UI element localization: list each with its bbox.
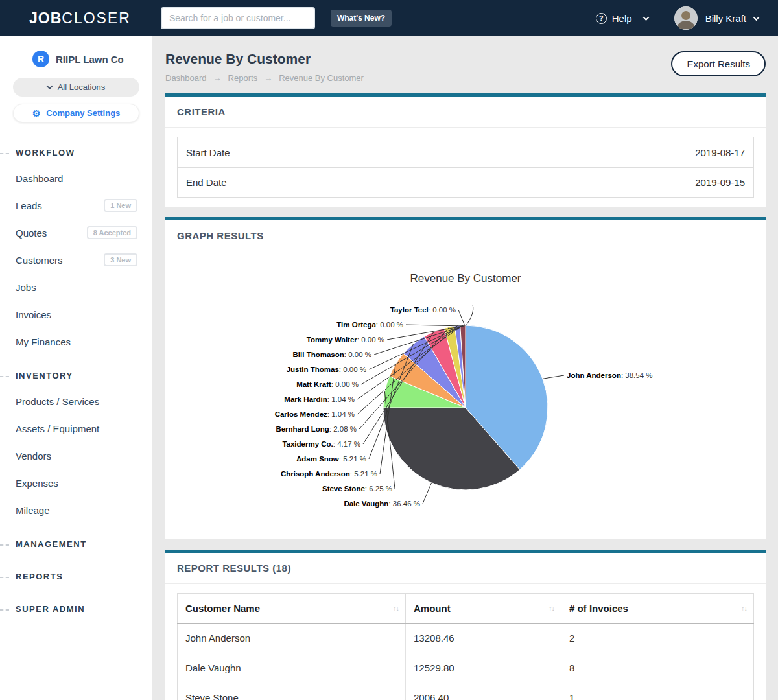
table-row[interactable]: John Anderson13208.462 [178, 624, 754, 653]
criteria-table: Start Date2019-08-17End Date2019-09-15 [177, 137, 754, 198]
sidebar-item-label: Products / Services [16, 396, 99, 407]
sidebar-section-label: WORKFLOW [16, 148, 75, 158]
column-header-of-invoices[interactable]: # of Invoices↑↓ [561, 594, 754, 624]
sidebar-section-label: INVENTORY [16, 371, 73, 380]
sidebar-item-label: Assets / Equipment [16, 423, 99, 434]
graph-panel-title: GRAPH RESULTS [165, 220, 766, 251]
sidebar-item-expenses[interactable]: Expenses [0, 469, 152, 496]
sidebar-section-workflow[interactable]: WORKFLOW [0, 141, 152, 165]
avatar-photo-placeholder [674, 6, 698, 30]
section-dash-icon [0, 577, 9, 578]
pie-label-dale-vaughn: Dale Vaughn: 36.46 % [344, 500, 420, 508]
sidebar-item-mileage[interactable]: Mileage [0, 496, 152, 524]
breadcrumb: Dashboard→Reports→Revenue By Customer [165, 73, 364, 83]
company-settings-button[interactable]: ⚙ Company Settings [13, 104, 139, 122]
sidebar-item-label: Dashboard [16, 173, 63, 184]
sidebar-item-label: Mileage [16, 505, 50, 516]
user-avatar[interactable] [674, 6, 698, 30]
sidebar-item-jobs[interactable]: Jobs [0, 274, 152, 301]
table-row[interactable]: Dale Vaughn12529.808 [178, 653, 754, 683]
report-results-panel: REPORT RESULTS (18) Customer Name↑↓Amoun… [165, 550, 766, 700]
sidebar: R RIIPL Lawn Co All Locations ⚙ Company … [0, 36, 152, 700]
sort-icon[interactable]: ↑↓ [548, 604, 554, 612]
sidebar-section-reports[interactable]: REPORTS [0, 565, 152, 589]
sort-icon[interactable]: ↑↓ [393, 604, 399, 612]
pie-label-john-anderson: John Anderson: 38.54 % [567, 371, 653, 379]
breadcrumb-item-revenue-by-customer[interactable]: Revenue By Customer [279, 73, 364, 83]
pie-label-carlos-mendez: Carlos Mendez: 1.04 % [275, 410, 355, 418]
locations-dropdown[interactable]: All Locations [13, 78, 139, 97]
company-row: R RIIPL Lawn Co [0, 36, 152, 67]
pie-chart: Revenue By Customer Taylor Teel: 0.00 %T… [177, 257, 754, 535]
sidebar-item-leads[interactable]: Leads1 New [0, 192, 152, 219]
chevron-down-icon [753, 14, 760, 21]
report-table: Customer Name↑↓Amount↑↓# of Invoices↑↓ J… [177, 593, 754, 700]
criteria-label: Start Date [186, 147, 230, 158]
table-cell: 2006.40 [406, 683, 561, 700]
sidebar-item-customers[interactable]: Customers3 New [0, 246, 152, 274]
sidebar-item-invoices[interactable]: Invoices [0, 301, 152, 328]
section-dash-icon [0, 153, 9, 154]
sidebar-section-management[interactable]: MANAGEMENT [0, 532, 152, 556]
sidebar-nav: WORKFLOWDashboardLeads1 NewQuotes8 Accep… [0, 141, 152, 621]
pie-label-taylor-teel: Taylor Teel: 0.00 % [390, 306, 456, 314]
sidebar-item-label: My Finances [16, 336, 71, 347]
sidebar-section-label: SUPER ADMIN [16, 604, 85, 614]
sidebar-item-label: Quotes [16, 228, 47, 239]
pie-label-bill-thomason: Bill Thomason: 0.00 % [293, 351, 371, 358]
help-label: Help [612, 13, 632, 24]
table-row[interactable]: Steve Stone2006.401 [178, 683, 754, 700]
criteria-label: End Date [186, 177, 227, 188]
logo-text-light: CLOSER [62, 10, 131, 27]
count-badge: 1 New [104, 199, 137, 212]
table-cell: 12529.80 [406, 653, 561, 683]
company-settings-label: Company Settings [46, 108, 120, 118]
sidebar-section-label: MANAGEMENT [16, 539, 87, 549]
breadcrumb-arrow-icon: → [264, 73, 272, 83]
criteria-row-end-date: End Date2019-09-15 [178, 167, 753, 197]
app-logo[interactable]: JOBCLOSER [29, 10, 131, 27]
breadcrumb-item-dashboard[interactable]: Dashboard [165, 73, 207, 83]
criteria-panel-title: CRITERIA [165, 97, 766, 128]
sidebar-item-dashboard[interactable]: Dashboard [0, 165, 152, 192]
table-cell: Steve Stone [178, 683, 406, 700]
criteria-row-start-date: Start Date2019-08-17 [178, 137, 753, 167]
criteria-value: 2019-08-17 [695, 147, 745, 158]
company-name: RIIPL Lawn Co [56, 54, 124, 65]
table-cell: 1 [561, 683, 754, 700]
sidebar-item-label: Customers [16, 255, 63, 266]
user-menu[interactable]: Billy Kraft [705, 13, 759, 24]
pie-label-matt-kraft: Matt Kraft: 0.00 % [296, 380, 359, 388]
label-connector-line [406, 325, 464, 326]
sidebar-section-super-admin[interactable]: SUPER ADMIN [0, 597, 152, 621]
column-header-customer-name[interactable]: Customer Name↑↓ [178, 594, 406, 624]
help-menu[interactable]: ? Help [596, 13, 648, 24]
sidebar-item-products-services[interactable]: Products / Services [0, 388, 152, 415]
chevron-down-icon [642, 14, 649, 21]
table-cell: John Anderson [178, 624, 406, 653]
sidebar-item-my-finances[interactable]: My Finances [0, 328, 152, 355]
logo-text-bold: JOB [29, 10, 62, 27]
breadcrumb-item-reports[interactable]: Reports [228, 73, 258, 83]
sidebar-item-label: Expenses [16, 478, 58, 489]
sidebar-item-vendors[interactable]: Vendors [0, 442, 152, 469]
sidebar-item-assets-equipment[interactable]: Assets / Equipment [0, 415, 152, 442]
sort-icon[interactable]: ↑↓ [741, 604, 747, 612]
search-input[interactable] [161, 7, 315, 29]
export-results-button[interactable]: Export Results [671, 51, 766, 76]
column-header-amount[interactable]: Amount↑↓ [406, 594, 561, 624]
sidebar-item-quotes[interactable]: Quotes8 Accepted [0, 219, 152, 246]
sidebar-item-label: Jobs [16, 282, 36, 293]
pie-svg [177, 257, 754, 535]
sidebar-section-inventory[interactable]: INVENTORY [0, 364, 152, 388]
main-content: Revenue By Customer Dashboard→Reports→Re… [153, 36, 778, 700]
label-connector-line [466, 305, 473, 325]
page-title: Revenue By Customer [165, 51, 364, 67]
whats-new-button[interactable]: What's New? [331, 10, 392, 27]
section-dash-icon [0, 544, 9, 546]
top-navbar: JOBCLOSER What's New? ? Help Billy Kraft [0, 0, 778, 36]
pie-label-mark-hardin: Mark Hardin: 1.04 % [284, 395, 355, 403]
count-badge: 8 Accepted [87, 226, 137, 239]
count-badge: 3 New [104, 253, 137, 266]
section-dash-icon [0, 376, 9, 377]
